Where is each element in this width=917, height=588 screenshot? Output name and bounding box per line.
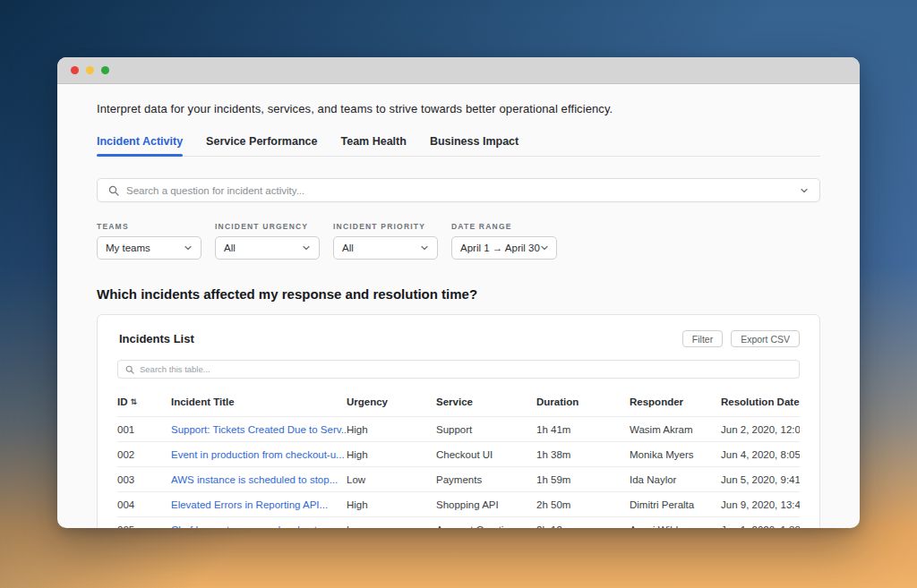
incidents-list-card: Incidents List Filter Export CSV Search … [97,314,820,528]
search-icon [125,365,134,374]
cell-urgency: High [347,449,436,460]
table-row: 003AWS instance is scheduled to stop...L… [117,466,800,491]
cell-resolution-date: Jun 1, 2020, 1:38am [721,524,800,529]
intro-text: Interpret data for your incidents, servi… [97,102,820,115]
cell-responder: Monika Myers [630,449,721,460]
column-header-service: Service [436,396,536,407]
question-search-placeholder: Search a question for incident activity.… [126,185,800,196]
filter-date-range-select[interactable]: April 1 → April 30 [451,236,557,260]
column-header-id[interactable]: ID ⇅ [117,396,171,407]
column-header-id-label: ID [117,396,128,407]
filter-button[interactable]: Filter [682,330,723,347]
question-search-input[interactable]: Search a question for incident activity.… [97,178,820,202]
sort-icon: ⇅ [131,398,138,406]
incident-title-link[interactable]: Support: Tickets Created Due to Serv... [171,424,347,435]
filter-incident-urgency: INCIDENT URGENCY All [215,222,320,260]
cell-service: Payments [436,474,536,485]
table-row: 004Elevated Errors in Reporting API...Hi… [117,491,800,516]
filter-date-range-value: April 1 → April 30 [460,243,540,253]
cell-duration: 1h 59m [536,474,630,485]
cell-duration: 2h 12m [536,524,630,529]
cell-resolution-date: Jun 4, 2020, 8:05am [721,449,800,460]
filter-urgency-value: All [224,243,236,253]
filter-priority-select[interactable]: All [333,236,438,260]
filter-teams-label: TEAMS [97,222,201,231]
chevron-down-icon [540,243,549,252]
tab-incident-activity[interactable]: Incident Activity [97,135,183,156]
table-search-placeholder: Search this table... [140,364,210,374]
filter-teams-select[interactable]: My teams [97,236,201,260]
table-row: 002Event in production from checkout-u..… [117,441,800,466]
cell-id: 002 [117,449,171,460]
cell-id: 003 [117,474,171,485]
cell-duration: 1h 38m [536,449,630,460]
card-title: Incidents List [119,332,194,345]
zoom-window-button[interactable] [101,66,109,74]
cell-resolution-date: Jun 9, 2020, 13:41pm [721,499,800,510]
cell-responder: Wasim Akram [630,424,721,435]
column-header-duration: Duration [536,396,630,407]
close-window-button[interactable] [71,66,79,74]
tab-service-performance[interactable]: Service Performance [206,135,317,156]
cell-service: Shopping API [436,499,536,510]
filter-teams: TEAMS My teams [97,222,201,260]
cell-urgency: High [347,424,436,435]
search-icon [108,185,119,196]
table-body: 001Support: Tickets Created Due to Serv.… [117,416,800,528]
app-window: Interpret data for your incidents, servi… [57,57,860,528]
tab-business-impact[interactable]: Business Impact [430,135,518,156]
incident-title-link[interactable]: AWS instance is scheduled to stop... [171,474,347,485]
chevron-down-icon [184,243,193,252]
table-search-input[interactable]: Search this table... [117,360,800,379]
column-header-urgency: Urgency [347,396,436,407]
table-row: 001Support: Tickets Created Due to Serv.… [117,416,800,441]
cell-duration: 1h 41m [536,424,630,435]
column-header-incident-title: Incident Title [171,396,347,407]
cell-id: 001 [117,424,171,435]
filter-urgency-label: INCIDENT URGENCY [215,222,320,231]
minimize-window-button[interactable] [86,66,94,74]
cell-service: Account Creation [436,524,536,529]
incident-title-link[interactable]: Elevated Errors in Reporting API... [171,499,347,510]
filter-priority-label: INCIDENT PRIORITY [333,222,438,231]
section-question: Which incidents affected my response and… [97,286,820,302]
cell-responder: Dimitri Peralta [630,499,721,510]
filter-date-range-label: DATE RANGE [451,222,557,231]
column-header-responder: Responder [630,396,721,407]
cell-resolution-date: Jun 5, 2020, 9:41am [721,474,800,485]
cell-urgency: Low [347,474,436,485]
filter-urgency-select[interactable]: All [215,236,320,260]
cell-id: 004 [117,499,171,510]
table-header-row: ID ⇅ Incident Title Urgency Service Dura… [117,388,800,416]
cell-id: 005 [117,524,171,529]
cell-service: Support [436,424,536,435]
cell-urgency: Low [347,524,436,529]
cell-service: Checkout UI [436,449,536,460]
cell-resolution-date: Jun 2, 2020, 12:06pm [721,424,800,435]
filter-date-range: DATE RANGE April 1 → April 30 [451,222,557,260]
filter-incident-priority: INCIDENT PRIORITY All [333,222,438,260]
table-row: 005Chef has not converged on hosts...Low… [117,516,800,528]
window-titlebar [57,57,860,84]
incident-title-link[interactable]: Chef has not converged on hosts... [171,524,347,529]
column-header-resolution-date: Resolution Date [721,396,800,407]
export-csv-button[interactable]: Export CSV [731,330,800,347]
filter-bar: TEAMS My teams INCIDENT URGENCY All INCI… [97,222,820,260]
filter-teams-value: My teams [106,243,150,253]
chevron-down-icon [800,186,809,195]
filter-priority-value: All [342,243,354,253]
chevron-down-icon [420,243,429,252]
cell-responder: Avani Wilde [630,524,721,529]
chevron-down-icon [302,243,311,252]
tab-bar: Incident Activity Service Performance Te… [97,135,820,157]
cell-responder: Ida Naylor [630,474,721,485]
tab-team-health[interactable]: Team Health [340,135,406,156]
incident-title-link[interactable]: Event in production from checkout-u... [171,449,347,460]
cell-duration: 2h 50m [536,499,630,510]
cell-urgency: High [347,499,436,510]
